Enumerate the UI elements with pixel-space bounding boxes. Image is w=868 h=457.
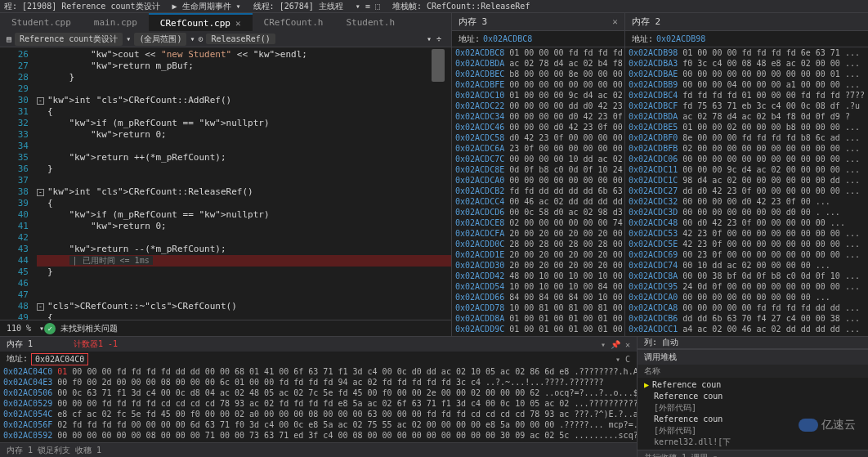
memory-row: 0x02ACDC06 00 00 00 00 00 00 00 00 00 00… (625, 154, 868, 164)
memory-row: 0x02AC056F 02 fd fd fd fd 00 00 00 00 6d… (3, 419, 633, 430)
memory2-address[interactable]: 0x02ACDB98 (656, 34, 705, 43)
memory-row: 0x02ACDBF0 8e 00 00 00 fd fd fd fd b8 6c… (625, 132, 868, 143)
counter-annotation: 计数器1 -1 (74, 338, 118, 350)
close-icon[interactable]: ✕ (612, 16, 618, 27)
memory-row: 0x02ACDD9C 01 00 01 00 01 00 01 00 01 00… (452, 324, 624, 334)
pin-icon[interactable]: ▾ (601, 340, 606, 349)
memory1-title: 内存 1 (7, 338, 33, 350)
close-icon[interactable]: ✕ (625, 340, 630, 349)
watermark: 亿速云 (799, 418, 856, 432)
callstack-title: 调用堆栈 (644, 352, 677, 363)
memory-row: 0x02ACDD78 10 00 81 00 81 00 81 00 81 00… (452, 302, 624, 313)
file-tab[interactable]: main.cpp (83, 13, 149, 31)
breadcrumb-scope[interactable]: (全局范围) (134, 33, 186, 46)
memory1-address[interactable]: 0x02AC04C0 (31, 353, 88, 365)
memory-row: 0x02ACDC6A 23 0f 00 00 00 00 00 00 00 00… (452, 143, 624, 154)
memory-row: 0x02ACDC7C 00 00 00 00 10 dd ac 02 00 00… (452, 154, 624, 164)
memory-row: 0x02ACDCE8 02 00 00 00 00 00 00 74 00 00… (452, 217, 624, 228)
memory-row: 0x02AC0506 00 0c 63 71 f1 3d c4 00 0c d8… (3, 388, 633, 398)
status-message: 未找到相关问题 (60, 323, 118, 334)
memory-row: 0x02ACDCA0 00 00 00 00 00 00 00 00 00 ..… (625, 292, 868, 302)
minimap[interactable] (432, 49, 445, 82)
breadcrumb-function[interactable]: ReleaseRef() (206, 34, 275, 44)
memory-row: 0x02AC04C0 01 00 00 00 fd fd fd fd dd dd… (3, 366, 633, 377)
callstack-row[interactable]: Reference coun (638, 391, 868, 402)
editor-statusbar: 110 % ▾ ✓ 未找到相关问题 (0, 320, 451, 336)
memory-row: 0x02ACDBE5 01 00 00 02 00 00 00 b8 00 00… (625, 122, 868, 132)
memory-row: 0x02ACDC46 00 00 00 d0 42 23 0f 00 00 00… (452, 122, 624, 132)
memory-row: 0x02ACDC1C 98 d4 ac 02 00 00 00 00 00 00… (625, 175, 868, 186)
memory3-address[interactable]: 0x02ACDBC8 (483, 34, 532, 43)
callstack-pane: 调用堆栈 名称 ▶Reference counReference coun[外部… (638, 349, 868, 457)
memory-row: 0x02ACDBEC b8 00 00 00 8e 00 00 00 fd fd… (452, 69, 624, 79)
stackframe-label: 堆栈帧: CRefCount::ReleaseRef (392, 1, 530, 12)
memory-row: 0x02ACDD1E 20 00 20 00 20 00 20 00 20 00… (452, 249, 624, 260)
memory-row: 0x02ACDC34 00 00 00 00 d0 42 23 0f 00 00… (452, 111, 624, 122)
file-tab[interactable]: CRefCount.cpp✕ (149, 13, 253, 31)
memory-row: 0x02ACDC27 dd d0 42 23 0f 00 00 00 00 00… (625, 186, 868, 196)
memory-row: 0x02ACDBCF fd 75 63 71 eb 3c c4 00 0c 08… (625, 101, 868, 111)
file-tab[interactable]: Student.h (334, 13, 406, 31)
debug-topbar: 程: [21908] Reference count类设计 ▶ 生命周期事件 ▾… (0, 0, 868, 13)
breadcrumb-bar: ▤ Reference count类设计 ▾ (全局范围) ▾ ⊙ Releas… (0, 31, 451, 47)
memory-row: 0x02ACDC58 d0 42 23 0f 00 00 00 00 00 00… (452, 132, 624, 143)
auto-pane: 列: 自动 (638, 337, 868, 349)
editor-pane: Student.cppmain.cppCRefCount.cpp✕CRefCou… (0, 13, 452, 336)
breadcrumb-project[interactable]: Reference count类设计 (15, 33, 123, 46)
memory2-title: 内存 2 (632, 16, 660, 28)
memory-row: 0x02AC0592 00 00 00 00 00 00 08 00 00 00… (3, 430, 633, 441)
status-ok-icon: ✓ (44, 323, 56, 334)
memory-row: 0x02ACDC95 24 0d 0f 00 00 00 00 00 00 00… (625, 281, 868, 292)
memory-row: 0x02ACDBB9 00 00 00 04 00 00 00 a1 00 00… (625, 79, 868, 90)
memory-row: 0x02ACDD42 48 00 10 00 10 00 10 00 10 00… (452, 271, 624, 281)
pushpin-icon[interactable]: 📌 (611, 340, 620, 349)
memory-pane-2: 内存 2 地址: 0x02ACDB98 0x02ACDB98 01 00 00 … (625, 13, 868, 336)
memory-row: 0x02AC0529 00 00 00 fd fd fd fd cd cd cd… (3, 398, 633, 409)
memory-row: 0x02ACDBDA ac 02 78 d4 ac 02 b4 f8 0d 0f… (625, 111, 868, 122)
memory-row: 0x02ACDC22 00 00 00 00 dd d0 42 23 0f 00… (452, 101, 624, 111)
callstack-row[interactable]: [外部代码] (638, 402, 868, 414)
file-tabs: Student.cppmain.cppCRefCount.cpp✕CRefCou… (0, 13, 451, 31)
memory-pane-3: 内存 3 ✕ 地址: 0x02ACDBC8 0x02ACDBC8 01 00 0… (452, 13, 625, 336)
memory-row: 0x02ACDCC4 00 46 ac 02 dd dd dd dd dd dd… (452, 196, 624, 207)
memory-row: 0x02ACDCCC dd dd dd dd 2e 63 b9 e0 00 00… (625, 334, 868, 336)
memory-row: 0x02ACDCFA 20 00 20 00 20 00 20 00 20 00… (452, 228, 624, 239)
memory-row: 0x02ACDBFE 00 00 00 00 00 00 00 00 00 00… (452, 79, 624, 90)
memory-row: 0x02ACDBC4 fd fd fd fd 01 00 00 00 fd fd… (625, 90, 868, 101)
memory-row: 0x02AC054C e8 cf ac 02 fc 5e fd 45 00 f0… (3, 409, 633, 419)
file-tab[interactable]: Student.cpp (0, 13, 83, 31)
memory-row: 0x02ACDCB2 fd fd dd dd dd dd 6b 63 70 f4… (452, 186, 624, 196)
lifecycle-dropdown[interactable]: ▶ 生命周期事件 ▾ (172, 1, 241, 12)
memory-row: 0x02ACDC74 00 10 dd ac 02 00 00 00 00 ..… (625, 260, 868, 271)
memory-row: 0x02ACDD0C 28 00 28 00 28 00 28 00 28 00… (452, 239, 624, 249)
memory3-title: 内存 3 (459, 16, 487, 28)
memory-row: 0x02ACDC3D 00 00 00 00 00 00 00 d0 00 . … (625, 207, 868, 217)
memory-row: 0x02ACDBAE 00 00 00 00 00 00 00 00 00 00… (625, 69, 868, 79)
memory-row: 0x02ACDC8E 0d 0f b8 c0 0d 0f 10 24 0d 0f… (452, 164, 624, 175)
memory-row: 0x02ACDC53 42 23 0f 00 00 00 00 00 00 00… (625, 228, 868, 239)
memory-row: 0x02ACDD54 10 00 10 00 10 00 84 00 84 00… (452, 281, 624, 292)
memory-row: 0x02ACDCC1 a4 ac 02 00 46 ac 02 dd dd dd… (625, 324, 868, 334)
memory-row: 0x02ACDCD6 00 0c 58 d0 ac 02 98 d3 ac 02… (452, 207, 624, 217)
memory-row: 0x02ACDCA8 00 00 00 00 00 fd fd fd fd dd… (625, 302, 868, 313)
memory-row: 0x02ACDCA0 00 00 00 00 00 00 00 00 00 00… (452, 175, 624, 186)
memory-row: 0x02ACDBFB 02 00 00 00 00 00 00 00 00 00… (625, 143, 868, 154)
code-editor[interactable]: 2627282930313233343536373839404142434445… (0, 47, 451, 320)
memory-row: 0x02ACDC11 00 00 00 9c d4 ac 02 00 00 00… (625, 164, 868, 175)
callstack-row[interactable]: kernel32.dll![下 (638, 437, 868, 448)
memory-row: 0x02ACDC5E 42 23 0f 00 00 00 00 00 00 00… (625, 239, 868, 249)
memory-row: 0x02ACDC32 00 00 00 00 d0 42 23 0f 00 ..… (625, 196, 868, 207)
memory-row: 0x02ACDC8A 00 00 38 bf 0d 0f b8 c0 0d 0f… (625, 271, 868, 281)
memory-row: 0x02ACDD8A 01 00 01 00 01 00 01 00 01 00… (452, 313, 624, 324)
memory-row: 0x02ACDB98 01 00 00 00 fd fd fd fd 6e 63… (625, 47, 868, 58)
file-tab[interactable]: CRefCount.h (253, 13, 335, 31)
memory-row: 0x02ACDC69 00 23 0f 00 00 00 00 00 00 00… (625, 249, 868, 260)
callstack-row[interactable]: ▶Reference coun (638, 379, 868, 391)
memory-row: 0x02ACDBA3 f0 3c c4 00 08 48 e8 ac 02 00… (625, 58, 868, 69)
memory-row: 0x02ACDBC8 01 00 00 00 fd fd fd fd 75 63… (452, 47, 624, 58)
zoom-level[interactable]: 110 % (7, 324, 31, 333)
memory-row: 0x02ACDBDA ac 02 78 d4 ac 02 b4 f8 0d 0f… (452, 58, 624, 69)
memory-row: 0x02ACDC10 01 00 00 00 9c d4 ac 02 00 00… (452, 90, 624, 101)
memory-row: 0x02ACDC48 00 d0 42 23 0f 00 00 00 00 00… (625, 217, 868, 228)
memory-row: 0x02ACDD66 84 00 84 00 84 00 10 00 10 00… (452, 292, 624, 302)
